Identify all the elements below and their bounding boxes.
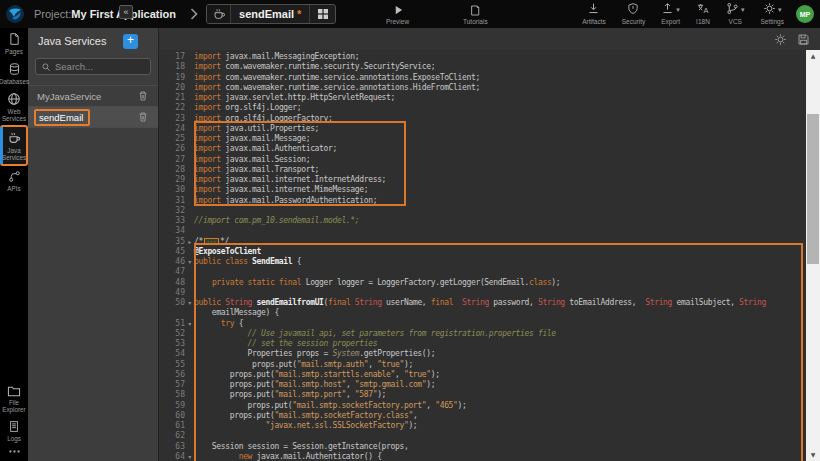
code-line[interactable]: 54 Properties props = System.getProperti… <box>159 349 806 359</box>
preview-button[interactable]: Preview <box>378 0 417 28</box>
code-line[interactable]: 28import javax.mail.Transport; <box>159 165 806 175</box>
sidebar-item-pages[interactable]: Pages <box>0 28 28 58</box>
grid-view-icon[interactable] <box>309 5 335 23</box>
code-line[interactable]: 31import javax.mail.PasswordAuthenticati… <box>159 196 806 206</box>
code-line[interactable]: 50▾public String sendEmailfromUI(final S… <box>159 298 806 308</box>
code-line[interactable]: 58 props.put("mail.smtp.port", "587"); <box>159 390 806 400</box>
scroll-up-arrow[interactable]: ▲ <box>806 50 820 62</box>
fold-marker[interactable]: ▾ <box>185 257 194 267</box>
line-number: 61 <box>159 421 185 431</box>
coffee-icon <box>7 131 21 145</box>
fold-marker <box>185 226 194 236</box>
code-line[interactable]: 56 props.put("mail.smtp.starttls.enable"… <box>159 370 806 380</box>
code-text: import javax.servlet.http.HttpServletReq… <box>194 93 806 103</box>
sidebar-item-more[interactable] <box>0 445 28 457</box>
fold-marker <box>185 339 194 349</box>
settings-button[interactable]: ▾ Settings <box>753 0 793 28</box>
trash-icon[interactable] <box>136 90 150 102</box>
export-button[interactable]: ▾ Export <box>653 0 688 28</box>
code-line[interactable]: 32 <box>159 206 806 216</box>
code-line[interactable]: 20import com.wavemaker.runtime.service.a… <box>159 83 806 93</box>
editor-settings-gear-icon[interactable] <box>774 33 787 46</box>
action-label: VCS <box>729 18 742 25</box>
code-line[interactable]: 53 // set the session properties <box>159 339 806 349</box>
code-line[interactable]: 24import java.util.Properties; <box>159 124 806 134</box>
code-line[interactable]: 49 <box>159 288 806 298</box>
code-text: emailMessage) { <box>194 308 806 318</box>
add-service-button[interactable]: + <box>123 34 138 49</box>
code-line[interactable]: 33//import com.pm_10.sendemail.model.*; <box>159 216 806 226</box>
code-line[interactable]: 59 props.put("mail.smtp.socketFactory.po… <box>159 401 806 411</box>
code-text <box>194 431 806 441</box>
scrollbar-thumb[interactable] <box>807 114 819 264</box>
tutorials-button[interactable]: Tutorials <box>455 0 496 28</box>
service-item-sendemail[interactable]: sendEmail <box>28 107 158 128</box>
code-line[interactable]: 47 <box>159 267 806 277</box>
search-input[interactable] <box>55 61 145 72</box>
sidebar-item-java-services[interactable]: Java Services <box>0 125 28 166</box>
fold-marker[interactable]: ▾ <box>185 298 194 308</box>
trash-icon[interactable] <box>136 111 150 123</box>
code-line[interactable]: 18import com.wavemaker.runtime.security.… <box>159 62 806 72</box>
collapsed-comment-box[interactable]: ··· <box>204 238 219 245</box>
fold-marker <box>185 431 194 441</box>
code-line[interactable]: 64▾ new javax.mail.Authenticator() { <box>159 452 806 461</box>
fold-marker <box>185 247 194 257</box>
code-line[interactable]: 23import org.slf4j.LoggerFactory; <box>159 114 806 124</box>
chevron-down-icon: ▾ <box>741 6 745 14</box>
sidebar-item-web-services[interactable]: Web Services <box>0 88 28 125</box>
code-line[interactable]: 46▾public class SendEmail { <box>159 257 806 267</box>
code-line[interactable]: 26import javax.mail.Authenticator; <box>159 144 806 154</box>
code-line[interactable]: 55 props.put("mail.smtp.auth", "true"); <box>159 360 806 370</box>
editor-scrollbar[interactable]: ▲ ▼ <box>806 50 820 461</box>
fold-marker[interactable]: ▾ <box>185 452 194 461</box>
code-area[interactable]: 17import javax.mail.MessagingException;1… <box>159 50 806 461</box>
save-icon[interactable] <box>797 33 810 46</box>
avatar[interactable]: MP <box>796 5 814 23</box>
code-line[interactable]: 45@ExposeToClient <box>159 247 806 257</box>
code-text: props.put("mail.smtp.auth", "true"); <box>194 360 806 370</box>
code-line[interactable]: 62 <box>159 431 806 441</box>
service-list: MyJavaService sendEmail <box>28 85 158 128</box>
code-line[interactable]: 63 Session session = Session.getInstance… <box>159 442 806 452</box>
fold-marker <box>185 308 194 318</box>
sidebar-item-file-explorer[interactable]: File Explorer <box>0 381 28 416</box>
code-line[interactable]: 30import javax.mail.internet.MimeMessage… <box>159 185 806 195</box>
collapse-panel-button[interactable]: « <box>119 5 133 19</box>
code-line[interactable]: 60 props.put("mail.smtp.socketFactory.cl… <box>159 411 806 421</box>
i18n-button[interactable]: A I18N <box>688 0 718 28</box>
code-line[interactable]: 25import javax.mail.Message; <box>159 134 806 144</box>
vcs-button[interactable]: ▾ VCS <box>718 0 753 28</box>
fold-marker[interactable]: ▾ <box>185 319 194 329</box>
code-editor[interactable]: 17import javax.mail.MessagingException;1… <box>158 28 820 461</box>
code-text: import org.slf4j.LoggerFactory; <box>194 114 806 124</box>
code-line[interactable]: 27import javax.mail.Session; <box>159 155 806 165</box>
upload-icon <box>661 1 674 19</box>
artifacts-button[interactable]: Artifacts <box>574 0 613 28</box>
code-line[interactable]: 22import org.slf4j.Logger; <box>159 103 806 113</box>
sidebar-item-apis[interactable]: APIs <box>0 166 28 195</box>
code-line[interactable]: 17import javax.mail.MessagingException; <box>159 52 806 62</box>
code-line[interactable]: 21import javax.servlet.http.HttpServletR… <box>159 93 806 103</box>
code-line[interactable]: 19import com.wavemaker.runtime.service.a… <box>159 73 806 83</box>
service-item-myjavaservice[interactable]: MyJavaService <box>28 86 158 107</box>
fold-marker[interactable]: ▸ <box>185 237 194 247</box>
wavemaker-logo-icon[interactable] <box>5 4 25 24</box>
action-label: Security <box>622 18 645 25</box>
code-line[interactable]: 51▾ try { <box>159 319 806 329</box>
tab-sendemail[interactable]: sendEmail * <box>206 4 336 24</box>
code-line[interactable]: 57 props.put("mail.smtp.host", "smtp.gma… <box>159 380 806 390</box>
search-icon <box>41 58 51 76</box>
fold-marker <box>185 134 194 144</box>
scroll-down-arrow[interactable]: ▼ <box>806 449 820 461</box>
code-line[interactable]: 29import javax.mail.internet.InternetAdd… <box>159 175 806 185</box>
code-line[interactable]: 48 private static final Logger logger = … <box>159 278 806 288</box>
code-line[interactable]: 52 // Use javamail api, set parameters f… <box>159 329 806 339</box>
code-line[interactable]: emailMessage) { <box>159 308 806 318</box>
code-line[interactable]: 61 "javax.net.ssl.SSLSocketFactory"); <box>159 421 806 431</box>
sidebar-item-logs[interactable]: Logs <box>0 416 28 445</box>
security-button[interactable]: Security <box>614 0 653 28</box>
sidebar-item-databases[interactable]: Databases <box>0 58 28 88</box>
code-line[interactable]: 34 <box>159 226 806 236</box>
code-line[interactable]: 35▸/*···*/ <box>159 237 806 247</box>
